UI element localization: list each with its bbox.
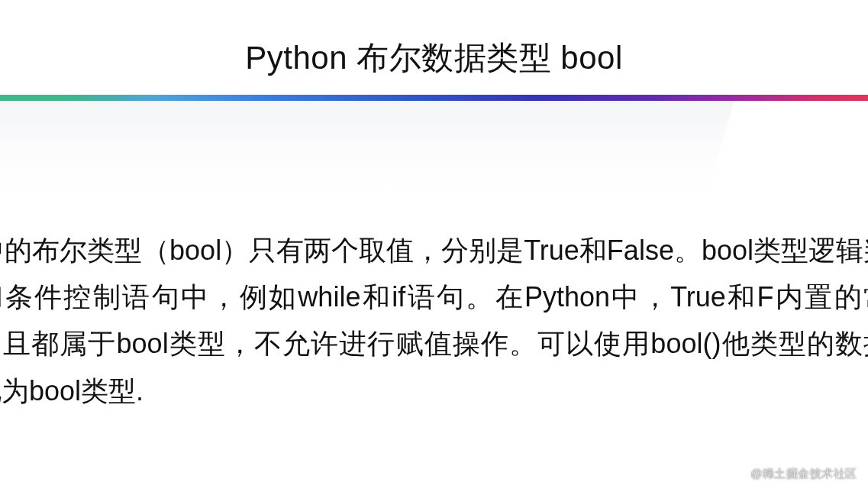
watermark-text: @稀土掘金技术社区 — [750, 467, 857, 481]
body-paragraph: on中的布尔类型（bool）只有两个取值，分别是True和False。bool类… — [0, 193, 868, 414]
gradient-divider — [0, 95, 868, 101]
header-shadow-panel — [0, 101, 868, 193]
slide-page: Python 布尔数据类型 bool on中的布尔类型（bool）只有两个取值，… — [0, 0, 868, 489]
page-title: Python 布尔数据类型 bool — [0, 0, 868, 95]
